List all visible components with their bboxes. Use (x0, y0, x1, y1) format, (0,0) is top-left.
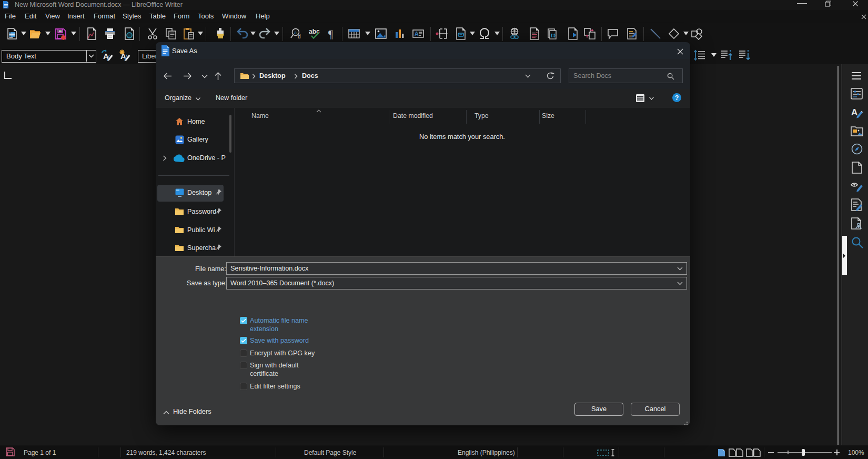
svg-text:¶: ¶ (328, 28, 333, 40)
svg-text:A: A (415, 31, 419, 38)
svg-text:d: d (298, 34, 301, 39)
svg-text:A: A (851, 107, 857, 117)
svg-text:a: a (294, 30, 297, 35)
